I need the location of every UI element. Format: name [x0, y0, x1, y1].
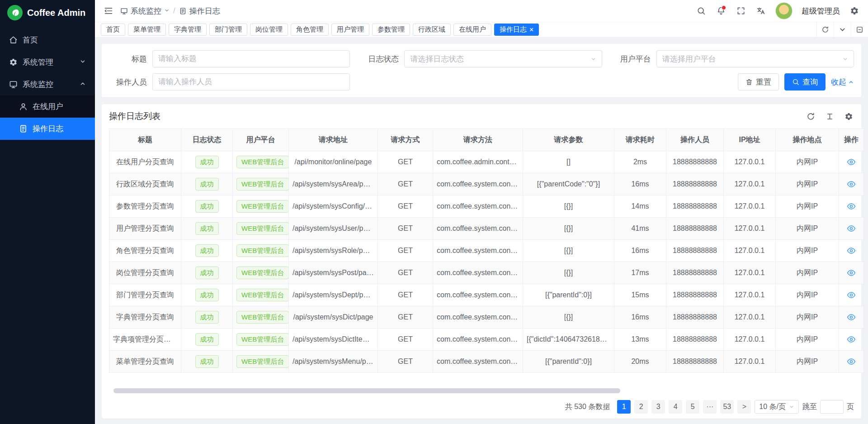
tab-用户管理[interactable]: 用户管理 — [331, 24, 369, 36]
chevron-down-icon — [789, 404, 794, 410]
tab-角色管理[interactable]: 角色管理 — [291, 24, 329, 36]
tab-label: 角色管理 — [296, 25, 323, 34]
sidebar: Coffee Admin 首页 系统管理 系统监控 在线用户 — [0, 0, 95, 424]
cell-method: GET — [378, 351, 433, 373]
operator-input[interactable] — [152, 73, 350, 91]
sidebar-item-system-monitor[interactable]: 系统监控 — [0, 73, 95, 95]
cell-location: 内网IP — [776, 151, 839, 173]
platform-tag: WEB管理后台 — [236, 333, 289, 346]
platform-select-value: 请选择用户平台 — [662, 54, 716, 64]
page-button-2[interactable]: 2 — [634, 400, 648, 414]
page-size-select[interactable]: 10 条/页 — [755, 400, 799, 414]
column-header: 操作地点 — [776, 129, 839, 151]
cell-duration: 16ms — [614, 173, 666, 195]
cell-params: [] — [523, 151, 614, 173]
status-tag: 成功 — [195, 333, 219, 346]
search-button[interactable]: 查询 — [784, 73, 826, 91]
cell-duration: 16ms — [614, 306, 666, 329]
content-fullscreen-icon[interactable] — [851, 22, 868, 37]
page-button-53[interactable]: 53 — [720, 400, 734, 414]
sidebar-item-operation-log[interactable]: 操作日志 — [0, 118, 95, 140]
platform-select[interactable]: 请选择用户平台 — [656, 50, 854, 67]
filter-field-status: 日志状态 请选择日志状态 — [361, 50, 602, 67]
reset-button[interactable]: 重置 — [738, 73, 779, 91]
tab-岗位管理[interactable]: 岗位管理 — [250, 24, 288, 36]
tab-操作日志[interactable]: 操作日志× — [494, 24, 539, 36]
cell-operator: 18888888888 — [666, 306, 724, 329]
cell-params: [{"parentId":0}] — [523, 351, 614, 373]
column-header: 请求地址 — [289, 129, 378, 151]
tab-字典管理[interactable]: 字典管理 — [169, 24, 207, 36]
platform-tag: WEB管理后台 — [236, 289, 289, 301]
breadcrumb-label: 操作日志 — [189, 6, 220, 16]
cell-params: [{}] — [523, 306, 614, 329]
view-detail-eye-icon[interactable] — [847, 357, 856, 366]
tab-行政区域[interactable]: 行政区域 — [413, 24, 451, 36]
jump-page-input[interactable] — [820, 400, 844, 414]
fullscreen-icon[interactable] — [736, 5, 746, 16]
tab-close-icon[interactable]: × — [529, 26, 533, 33]
sidebar-item-online-users[interactable]: 在线用户 — [0, 95, 95, 118]
tab-参数管理[interactable]: 参数管理 — [372, 24, 410, 36]
sidebar-item-home[interactable]: 首页 — [0, 29, 95, 51]
sidebar-item-system-management[interactable]: 系统管理 — [0, 51, 95, 73]
view-detail-eye-icon[interactable] — [847, 313, 856, 322]
tab-label: 菜单管理 — [133, 25, 160, 34]
view-detail-eye-icon[interactable] — [847, 157, 856, 167]
cell-operator: 18888888888 — [666, 284, 724, 306]
app-title: Coffee Admin — [27, 8, 85, 18]
logo-leaf-icon — [7, 5, 23, 20]
translate-icon[interactable] — [755, 5, 766, 16]
tab-部门管理[interactable]: 部门管理 — [209, 24, 247, 36]
notification-bell-icon[interactable] — [716, 5, 726, 16]
cell-actions — [839, 240, 864, 262]
view-detail-eye-icon[interactable] — [847, 180, 856, 189]
user-avatar[interactable] — [775, 2, 793, 19]
cell-operator: 18888888888 — [666, 151, 724, 173]
table-header-row: 标题日志状态用户平台请求地址请求方式请求方法请求参数请求耗时操作人员IP地址操作… — [109, 129, 864, 151]
refresh-table-icon[interactable] — [805, 111, 816, 122]
refresh-tab-icon[interactable] — [816, 22, 834, 37]
scrollbar-thumb[interactable] — [113, 388, 620, 393]
page-button-5[interactable]: 5 — [686, 400, 699, 414]
table-row: 部门管理分页查询成功WEB管理后台/api/system/sysDept/pag… — [109, 284, 864, 306]
cell-params: [{}] — [523, 195, 614, 218]
view-detail-eye-icon[interactable] — [847, 224, 856, 233]
cell-location: 内网IP — [776, 306, 839, 329]
tab-菜单管理[interactable]: 菜单管理 — [128, 24, 166, 36]
search-icon[interactable] — [696, 5, 707, 16]
platform-tag: WEB管理后台 — [236, 267, 289, 279]
breadcrumb-item-system-monitor[interactable]: 系统监控 — [120, 6, 170, 16]
view-detail-eye-icon[interactable] — [847, 246, 856, 255]
status-select[interactable]: 请选择日志状态 — [404, 50, 602, 67]
chevron-down-icon — [590, 56, 596, 62]
status-select-value: 请选择日志状态 — [410, 54, 464, 64]
username-label[interactable]: 超级管理员 — [802, 6, 840, 16]
title-input[interactable] — [152, 50, 350, 67]
collapse-sidebar-icon[interactable] — [103, 5, 114, 16]
tab-首页[interactable]: 首页 — [101, 24, 125, 36]
page-button-1[interactable]: 1 — [617, 400, 631, 414]
sidebar-item-label: 操作日志 — [33, 124, 63, 134]
platform-label: 用户平台 — [613, 54, 656, 64]
next-page-button[interactable]: > — [737, 400, 751, 414]
page-button-3[interactable]: 3 — [651, 400, 665, 414]
cell-title: 菜单管理分页查询 — [109, 351, 181, 373]
view-detail-eye-icon[interactable] — [847, 202, 856, 211]
column-settings-gear-icon[interactable] — [843, 111, 854, 122]
cell-params: [{}] — [523, 218, 614, 240]
row-density-icon[interactable] — [824, 111, 835, 122]
tab-在线用户[interactable]: 在线用户 — [453, 24, 491, 36]
settings-gear-icon[interactable] — [849, 5, 860, 16]
jump-label: 跳至 — [802, 402, 817, 412]
view-detail-eye-icon[interactable] — [847, 268, 856, 277]
cell-platform: WEB管理后台 — [233, 240, 289, 262]
page-button-4[interactable]: 4 — [669, 400, 682, 414]
page-more-button[interactable]: ··· — [703, 400, 717, 414]
view-detail-eye-icon[interactable] — [847, 335, 856, 344]
user-icon — [19, 102, 28, 111]
collapse-filter-link[interactable]: 收起 — [831, 77, 854, 87]
tab-options-chevron-icon[interactable] — [834, 22, 851, 37]
cell-func: com.coffee.system.controlle... — [433, 329, 523, 351]
view-detail-eye-icon[interactable] — [847, 291, 856, 300]
